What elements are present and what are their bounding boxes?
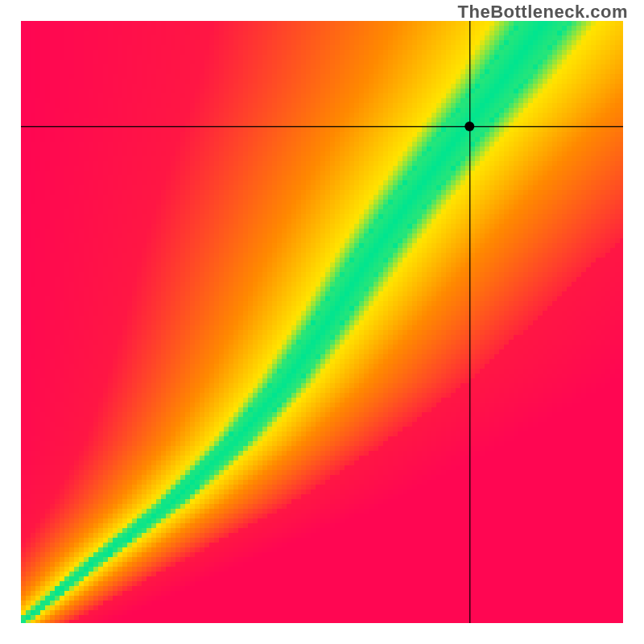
heatmap-canvas [21,21,623,623]
watermark-label: TheBottleneck.com [458,2,628,23]
